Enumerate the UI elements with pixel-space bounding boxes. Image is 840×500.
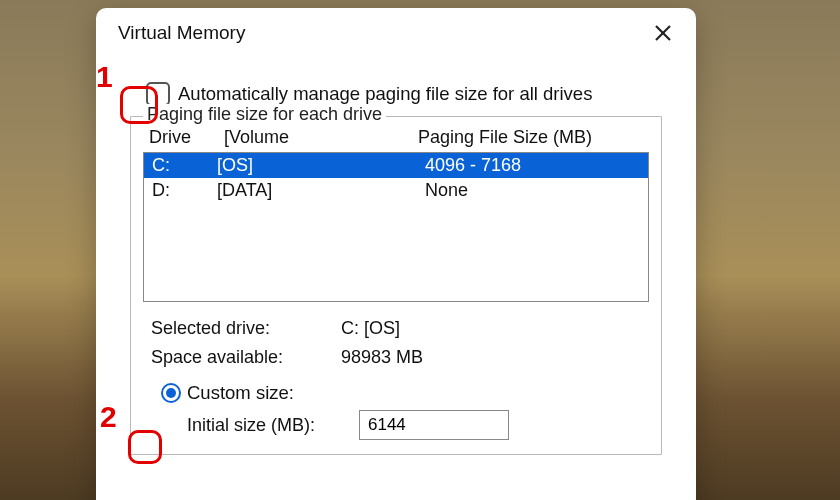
drive-list[interactable]: C: [OS] 4096 - 7168 D: [DATA] None [143, 152, 649, 302]
initial-size-input[interactable] [359, 410, 509, 440]
custom-size-radio[interactable] [161, 383, 181, 403]
group-legend: Paging file size for each drive [143, 104, 386, 125]
auto-manage-label: Automatically manage paging file size fo… [178, 83, 592, 105]
space-available-label: Space available: [151, 347, 341, 368]
drive-volume: [DATA] [217, 180, 415, 201]
drive-letter: D: [152, 180, 217, 201]
header-volume: [Volume [224, 127, 418, 148]
titlebar: Virtual Memory [96, 8, 696, 52]
space-available-value: 98983 MB [341, 347, 423, 368]
paging-file-group: Paging file size for each drive Drive [V… [130, 116, 662, 455]
drive-letter: C: [152, 155, 217, 176]
drive-volume: [OS] [217, 155, 415, 176]
custom-size-label: Custom size: [187, 382, 294, 404]
header-paging-file-size: Paging File Size (MB) [418, 127, 643, 148]
virtual-memory-dialog: Virtual Memory Automatically manage pagi… [96, 8, 696, 500]
close-button[interactable] [652, 22, 674, 44]
auto-manage-checkbox[interactable] [146, 82, 170, 106]
close-icon [655, 25, 671, 41]
drive-list-headers: Drive [Volume Paging File Size (MB) [143, 127, 649, 152]
drive-row[interactable]: D: [DATA] None [144, 178, 648, 203]
selected-drive-label: Selected drive: [151, 318, 341, 339]
drive-pfs: None [415, 180, 640, 201]
selected-drive-value: C: [OS] [341, 318, 400, 339]
dialog-title: Virtual Memory [118, 22, 245, 44]
header-drive: Drive [149, 127, 224, 148]
drive-pfs: 4096 - 7168 [415, 155, 640, 176]
drive-row[interactable]: C: [OS] 4096 - 7168 [144, 153, 648, 178]
initial-size-label: Initial size (MB): [187, 415, 343, 436]
